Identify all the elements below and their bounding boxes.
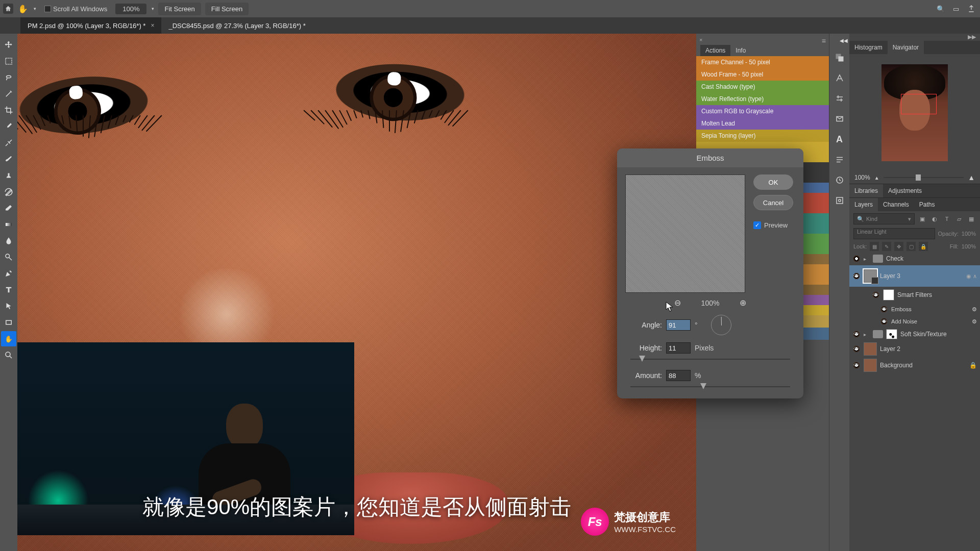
tool-preset-dropdown[interactable]: ▾ — [34, 6, 36, 11]
document-tab[interactable]: _DSC8455.psd @ 27.3% (Layer 3, RGB/16*) … — [161, 17, 312, 34]
filter-indicator-icon[interactable]: ◉ ∧ — [966, 273, 977, 280]
tab-histogram[interactable]: Histogram — [849, 41, 888, 54]
crop-tool-icon[interactable] — [1, 103, 16, 118]
panel-close-icon[interactable]: × — [699, 37, 702, 43]
filter-pixel-icon[interactable]: ▣ — [918, 214, 927, 223]
zoom-in-icon[interactable]: ▲ — [968, 173, 975, 182]
tab-libraries[interactable]: Libraries — [849, 184, 883, 197]
angle-dial[interactable] — [711, 315, 731, 335]
healing-brush-icon[interactable] — [1, 135, 16, 151]
document-tab[interactable]: PM 2.psd @ 100% (Layer 3, RGB/16*) * × — [20, 17, 161, 34]
fit-screen-button[interactable]: Fit Screen — [158, 3, 201, 15]
filter-shape-icon[interactable]: ▱ — [954, 214, 964, 223]
layer-name[interactable]: Check — [886, 255, 977, 262]
navigator-zoom-value[interactable]: 100% — [854, 174, 870, 181]
lock-position-icon[interactable]: ✥ — [894, 242, 903, 251]
lock-image-icon[interactable]: ✎ — [882, 242, 891, 251]
filter-item[interactable]: 👁 Add Noise ⚙ — [849, 315, 980, 328]
scroll-all-checkbox[interactable] — [44, 6, 51, 12]
tab-navigator[interactable]: Navigator — [888, 41, 924, 54]
zoom-level[interactable]: 100% — [115, 4, 146, 14]
visibility-toggle[interactable]: 👁 — [880, 305, 888, 313]
zoom-tool-icon[interactable] — [1, 347, 16, 363]
close-icon[interactable]: × — [151, 22, 154, 29]
dodge-tool-icon[interactable] — [1, 249, 16, 265]
type-tool-icon[interactable] — [1, 282, 16, 297]
canvas[interactable]: 就像是90%的图案片，您知道是否从侧面射击 Fs 梵摄创意库 WWW.FSTVC… — [17, 34, 696, 551]
home-button[interactable] — [3, 4, 13, 14]
color-panel-icon[interactable] — [834, 52, 845, 63]
cancel-button[interactable]: Cancel — [753, 195, 793, 210]
amount-input[interactable] — [666, 370, 691, 381]
magic-wand-icon[interactable] — [1, 86, 16, 102]
filter-options-icon[interactable]: ⚙ — [972, 318, 977, 325]
layer-row[interactable]: 👁 Layer 3 ◉ ∧ — [849, 265, 980, 287]
zoom-in-icon[interactable]: ⊕ — [740, 298, 746, 308]
tab-layers[interactable]: Layers — [849, 198, 878, 211]
panel-menu-icon[interactable]: ≡ — [822, 37, 826, 45]
height-input[interactable] — [666, 342, 691, 354]
move-tool-icon[interactable] — [1, 37, 16, 53]
lock-all-icon[interactable]: 🔒 — [919, 242, 928, 251]
chevron-right-icon[interactable]: ▸ — [864, 256, 870, 262]
blur-tool-icon[interactable] — [1, 233, 16, 248]
eraser-tool-icon[interactable] — [1, 201, 16, 216]
layer-row[interactable]: 👁 Layer 2 — [849, 341, 980, 357]
tab-actions[interactable]: Actions — [700, 45, 730, 56]
filter-name[interactable]: Add Noise — [891, 318, 969, 324]
filter-name[interactable]: Emboss — [891, 306, 969, 312]
layer-row[interactable]: 👁 Background 🔒 — [849, 357, 980, 373]
action-item[interactable]: Cast Shadow (type) — [696, 81, 829, 93]
filter-options-icon[interactable]: ⚙ — [972, 306, 977, 313]
layer-thumbnail[interactable] — [864, 359, 877, 372]
height-slider[interactable] — [625, 356, 795, 363]
action-item[interactable]: Frame Channel - 50 pixel — [696, 56, 829, 68]
lock-transparency-icon[interactable]: ▦ — [870, 242, 879, 251]
styles-icon[interactable] — [834, 113, 845, 124]
ok-button[interactable]: OK — [753, 174, 793, 190]
layer-group[interactable]: 👁 ▸ Soft Skin/Texture — [849, 328, 980, 341]
marquee-tool-icon[interactable] — [1, 54, 16, 69]
visibility-toggle[interactable]: 👁 — [852, 345, 861, 353]
character-icon[interactable]: A — [834, 134, 845, 145]
action-item[interactable]: Wood Frame - 50 pixel — [696, 68, 829, 81]
navigator-viewport[interactable] — [901, 94, 937, 114]
lock-artboard-icon[interactable]: ▢ — [906, 242, 916, 251]
filter-adjust-icon[interactable]: ◐ — [930, 214, 939, 223]
history-brush-icon[interactable] — [1, 184, 16, 199]
filter-type-icon[interactable]: T — [942, 214, 951, 223]
layer-name[interactable]: Background — [880, 362, 966, 369]
swatches-icon[interactable] — [834, 72, 845, 84]
tab-adjustments[interactable]: Adjustments — [883, 184, 927, 197]
navigator-preview[interactable] — [849, 54, 980, 171]
tab-paths[interactable]: Paths — [914, 198, 940, 211]
zoom-out-icon[interactable]: ▲ — [874, 175, 879, 181]
preview-checkbox[interactable]: ✓ — [753, 221, 761, 229]
visibility-toggle[interactable]: 👁 — [852, 330, 861, 338]
paragraph-icon[interactable] — [834, 154, 845, 165]
filter-mask[interactable] — [883, 289, 894, 300]
workspace-icon[interactable]: ▭ — [950, 3, 962, 14]
layer-filter-kind[interactable]: 🔍 Kind ▾ — [853, 213, 915, 224]
fill-screen-button[interactable]: Fill Screen — [205, 3, 249, 15]
adjustments-icon[interactable] — [834, 93, 845, 104]
history-icon[interactable] — [834, 174, 845, 186]
hand-tool-icon[interactable]: ✋ — [17, 3, 29, 14]
zoom-out-icon[interactable]: ⊖ — [674, 298, 681, 308]
visibility-toggle[interactable]: 👁 — [872, 291, 880, 299]
visibility-toggle[interactable]: 👁 — [852, 361, 861, 369]
zoom-dropdown[interactable]: ▾ — [152, 6, 154, 11]
rectangle-tool-icon[interactable] — [1, 315, 16, 330]
path-select-icon[interactable] — [1, 298, 16, 314]
opacity-value[interactable]: 100% — [962, 231, 976, 237]
layer-name[interactable]: Layer 2 — [880, 345, 977, 353]
fill-value[interactable]: 100% — [962, 243, 976, 249]
visibility-toggle[interactable] — [852, 255, 861, 263]
visibility-toggle[interactable]: 👁 — [852, 272, 861, 280]
action-item[interactable]: Water Reflection (type) — [696, 93, 829, 105]
layer-mask[interactable] — [886, 329, 897, 339]
collapse-icon[interactable]: ▶▶ — [849, 34, 980, 41]
smart-filters-row[interactable]: 👁 Smart Filters — [849, 287, 980, 303]
hand-tool-icon[interactable]: ✋ — [1, 331, 16, 346]
blend-mode-select[interactable]: Linear Light — [853, 228, 935, 239]
